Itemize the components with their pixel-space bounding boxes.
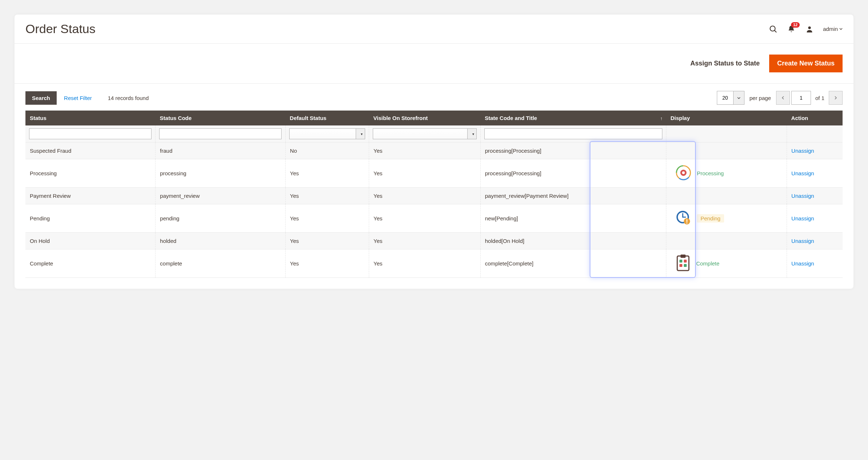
processing-gear-icon <box>675 164 692 182</box>
unassign-link[interactable]: Unassign <box>791 148 814 154</box>
filter-row: ▾ ▾ <box>25 125 843 143</box>
svg-rect-19 <box>684 264 687 267</box>
cell-status: Pending <box>25 204 156 233</box>
user-name-label: admin <box>823 26 838 32</box>
col-state[interactable]: State Code and Title↑ <box>480 111 666 125</box>
chevron-down-icon <box>839 27 843 31</box>
display-label: Processing <box>697 170 724 176</box>
grid-toolbar: Search Reset Filter 14 records found per… <box>25 84 843 111</box>
cell-state: payment_review[Payment Review] <box>480 188 666 204</box>
col-default[interactable]: Default Status <box>286 111 369 125</box>
unassign-link[interactable]: Unassign <box>791 193 814 199</box>
cell-state: holded[On Hold] <box>480 233 666 249</box>
display-label: Pending <box>697 214 724 223</box>
table-row: Complete complete Yes Yes complete[Compl… <box>25 249 843 278</box>
table-row: Payment Review payment_review Yes Yes pa… <box>25 188 843 204</box>
svg-rect-18 <box>679 264 682 267</box>
cell-default: Yes <box>286 249 369 278</box>
col-action[interactable]: Action <box>787 111 843 125</box>
header-right: 12 admin <box>768 24 843 34</box>
cell-visible: Yes <box>369 143 481 159</box>
svg-point-2 <box>808 26 811 29</box>
cell-state: processing[Processing] <box>480 159 666 188</box>
col-status[interactable]: Status <box>25 111 156 125</box>
pager-current-input[interactable] <box>791 91 811 105</box>
per-page-label: per page <box>750 95 771 101</box>
unassign-link[interactable]: Unassign <box>791 238 814 244</box>
cell-status: Payment Review <box>25 188 156 204</box>
col-display[interactable]: Display <box>666 111 787 125</box>
cell-default: Yes <box>286 188 369 204</box>
svg-point-7 <box>682 171 685 174</box>
search-button[interactable]: Search <box>25 91 57 105</box>
filter-visible-select[interactable] <box>373 128 477 139</box>
cell-code: processing <box>156 159 286 188</box>
page-header: Order Status 12 admin <box>15 15 853 43</box>
filter-code-input[interactable] <box>159 128 282 139</box>
create-new-status-button[interactable]: Create New Status <box>769 55 843 72</box>
status-grid: Status Status Code Default Status Visibl… <box>25 111 843 278</box>
cell-state: new[Pending] <box>480 204 666 233</box>
reset-filter-link[interactable]: Reset Filter <box>64 95 92 101</box>
table-row: Pending pending Yes Yes new[Pending] Pen… <box>25 204 843 233</box>
svg-rect-14 <box>677 256 689 271</box>
page-size-input[interactable] <box>717 91 734 105</box>
cell-code: pending <box>156 204 286 233</box>
cell-visible: Yes <box>369 249 481 278</box>
chevron-right-icon <box>834 96 837 100</box>
grid-wrap: Status Status Code Default Status Visibl… <box>25 111 843 278</box>
app-window: Order Status 12 admin Assign Status to S… <box>15 15 853 289</box>
cell-status: Processing <box>25 159 156 188</box>
cell-state: processing[Processing] <box>480 143 666 159</box>
pager-prev-button[interactable] <box>776 91 790 105</box>
records-found-label: 14 records found <box>108 95 149 101</box>
cell-state: complete[Complete] <box>480 249 666 278</box>
table-row: Processing processing Yes Yes processing… <box>25 159 843 188</box>
page-size-dropdown-toggle[interactable] <box>734 91 744 105</box>
chevron-down-icon <box>737 96 740 100</box>
col-code[interactable]: Status Code <box>156 111 286 125</box>
chevron-left-icon <box>781 96 785 100</box>
svg-point-13 <box>686 223 687 224</box>
unassign-link[interactable]: Unassign <box>791 260 814 267</box>
cell-visible: Yes <box>369 233 481 249</box>
cell-status: On Hold <box>25 233 156 249</box>
pager: of 1 <box>776 91 843 105</box>
svg-rect-15 <box>681 255 686 258</box>
table-row: On Hold holded Yes Yes holded[On Hold] U… <box>25 233 843 249</box>
cell-visible: Yes <box>369 159 481 188</box>
unassign-link[interactable]: Unassign <box>791 215 814 221</box>
cell-default: No <box>286 143 369 159</box>
user-menu[interactable]: admin <box>823 26 843 32</box>
svg-point-0 <box>770 26 775 31</box>
display-label: Complete <box>696 260 719 267</box>
cell-code: complete <box>156 249 286 278</box>
svg-line-1 <box>775 30 776 32</box>
page-size-selector <box>717 91 744 105</box>
assign-status-button[interactable]: Assign Status to State <box>690 60 760 67</box>
cell-status: Suspected Fraud <box>25 143 156 159</box>
search-icon[interactable] <box>768 24 778 34</box>
cell-visible: Yes <box>369 204 481 233</box>
notification-badge: 12 <box>791 22 800 28</box>
filter-default-select[interactable] <box>289 128 365 139</box>
cell-default: Yes <box>286 204 369 233</box>
cell-visible: Yes <box>369 188 481 204</box>
action-bar: Assign Status to State Create New Status <box>15 43 853 84</box>
cell-code: payment_review <box>156 188 286 204</box>
account-icon[interactable] <box>805 24 814 34</box>
cell-code: holded <box>156 233 286 249</box>
pager-next-button[interactable] <box>829 91 843 105</box>
col-visible[interactable]: Visible On Storefront <box>369 111 481 125</box>
cell-default: Yes <box>286 159 369 188</box>
unassign-link[interactable]: Unassign <box>791 170 814 176</box>
pager-of-label: of 1 <box>812 95 827 101</box>
filter-status-input[interactable] <box>29 128 152 139</box>
cell-default: Yes <box>286 233 369 249</box>
clock-alert-icon <box>675 209 692 227</box>
svg-rect-17 <box>684 260 687 263</box>
filter-state-input[interactable] <box>484 128 662 139</box>
cell-code: fraud <box>156 143 286 159</box>
clipboard-check-icon <box>675 254 691 273</box>
notifications-icon[interactable]: 12 <box>787 24 796 34</box>
